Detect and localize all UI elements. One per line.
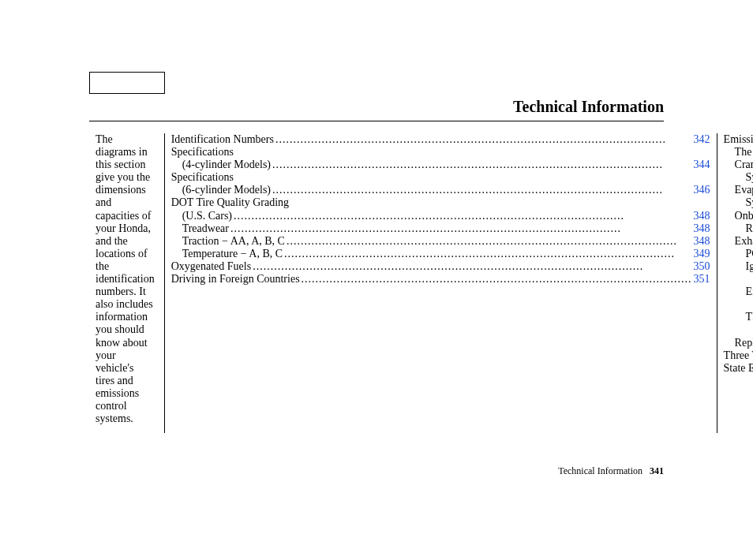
toc-entry: Specifications xyxy=(171,171,710,184)
toc-label: (6-cylinder Models) xyxy=(171,184,271,196)
page-title: Technical Information xyxy=(89,98,664,121)
toc-label: (EGR) System xyxy=(724,298,753,311)
toc-label: System xyxy=(724,273,753,286)
decorative-box xyxy=(89,72,165,94)
toc-label: Evaporative Emissions Control xyxy=(724,184,753,196)
toc-entry: System353 xyxy=(724,273,753,286)
toc-page-link[interactable]: 349 xyxy=(694,248,710,260)
toc-label: State Emissions Testing xyxy=(724,362,753,375)
toc-label: Replacement Parts xyxy=(724,337,753,349)
toc-entry: State Emissions Testing355 xyxy=(724,362,753,375)
toc-entry: Identification Numbers342 xyxy=(171,133,710,146)
toc-leader-dots xyxy=(253,260,691,273)
toc-page-link[interactable]: 344 xyxy=(694,159,710,171)
toc-page-link[interactable]: 348 xyxy=(694,210,710,222)
toc-label: Onboard Refueling Vapor xyxy=(724,210,753,222)
toc-label: Treadwear xyxy=(171,222,229,235)
toc-label: Temperature − A, B, C xyxy=(171,248,283,260)
toc-entry: DOT Tire Quality Grading xyxy=(171,196,710,209)
toc-entry: (6-cylinder Models)346 xyxy=(171,184,710,196)
toc-leader-dots xyxy=(275,133,692,146)
intro-paragraph: The diagrams in this section give you th… xyxy=(96,133,158,425)
toc-entry: (U.S. Cars)348 xyxy=(171,210,710,222)
toc-entry: Emissions Controls352 xyxy=(724,133,753,146)
toc-label: Emissions Controls xyxy=(724,133,753,146)
toc-leader-dots xyxy=(287,235,692,248)
toc-leader-dots xyxy=(230,222,692,235)
toc-label: (4-cylinder Models) xyxy=(171,159,271,171)
toc-entry: Specifications xyxy=(171,146,710,159)
toc-page-link[interactable]: 346 xyxy=(694,184,710,196)
toc-entry: Converter353 xyxy=(724,323,753,336)
toc-label: DOT Tire Quality Grading xyxy=(171,196,289,209)
toc-label: The Clean Air Act xyxy=(724,146,753,159)
toc-label: Exhaust Gas Recirculation xyxy=(724,286,753,298)
toc-label: Ignition Timing Control xyxy=(724,260,753,273)
toc-entry: Crankcase Emissions Control xyxy=(724,159,753,171)
toc-entry: Exhaust Gas Recirculation xyxy=(724,286,753,298)
toc-page-link[interactable]: 348 xyxy=(694,235,710,248)
toc-label: Specifications xyxy=(171,171,234,184)
footer-page-number: 341 xyxy=(650,465,664,476)
toc-leader-dots xyxy=(284,248,691,260)
toc-entry: Replacement Parts353 xyxy=(724,337,753,349)
toc-label: Traction − AA, A, B, C xyxy=(171,235,285,248)
col-toc-1: Identification Numbers342Specifications(… xyxy=(164,133,717,433)
toc-entry: Oxygenated Fuels350 xyxy=(171,260,710,273)
toc-entry: Three Way Catalytic Converter354 xyxy=(724,349,753,362)
toc-page-link[interactable]: 342 xyxy=(694,133,710,146)
toc-label: Specifications xyxy=(171,146,234,159)
col-toc-2: Emissions Controls352The Clean Air Act35… xyxy=(717,133,753,433)
toc-entry: The Clean Air Act352 xyxy=(724,146,753,159)
toc-label: Identification Numbers xyxy=(171,133,274,146)
toc-leader-dots xyxy=(302,273,692,286)
toc-leader-dots xyxy=(272,159,692,171)
toc-entry: System352 xyxy=(724,196,753,209)
toc-page-link[interactable]: 351 xyxy=(694,273,710,286)
toc-label: Driving in Foreign Countries xyxy=(171,273,300,286)
toc-entry: System352 xyxy=(724,171,753,184)
toc-entry: Evaporative Emissions Control xyxy=(724,184,753,196)
toc-label: Crankcase Emissions Control xyxy=(724,159,753,171)
toc-leader-dots xyxy=(272,184,692,196)
toc-entry: Ignition Timing Control xyxy=(724,260,753,273)
content-columns: The diagrams in this section give you th… xyxy=(89,133,664,433)
toc-entry: PGM-FI System353 xyxy=(724,248,753,260)
toc-label: System xyxy=(724,171,753,184)
toc-leader-dots xyxy=(234,210,692,222)
toc-label: Oxygenated Fuels xyxy=(171,260,251,273)
footer-section: Technical Information xyxy=(558,465,642,476)
toc-entry: Three Way Catalytic xyxy=(724,311,753,323)
toc-entry: (EGR) System353 xyxy=(724,298,753,311)
toc-label: Three Way Catalytic xyxy=(724,311,753,323)
toc-label: Recovery xyxy=(724,222,753,235)
toc-entry: Temperature − A, B, C349 xyxy=(171,248,710,260)
toc-label: PGM-FI System xyxy=(724,248,753,260)
toc-label: Exhaust Emissions Controls xyxy=(724,235,753,248)
col-intro: The diagrams in this section give you th… xyxy=(89,133,164,433)
toc-label: Three Way Catalytic Converter xyxy=(724,349,753,362)
toc-page-link[interactable]: 348 xyxy=(694,222,710,235)
toc-label: System xyxy=(724,196,753,209)
toc-label: (U.S. Cars) xyxy=(171,210,232,222)
toc-page-link[interactable]: 350 xyxy=(694,260,710,273)
toc-entry: Exhaust Emissions Controls353 xyxy=(724,235,753,248)
toc-entry: Onboard Refueling Vapor xyxy=(724,210,753,222)
toc-entry: Traction − AA, A, B, C348 xyxy=(171,235,710,248)
toc-entry: (4-cylinder Models)344 xyxy=(171,159,710,171)
toc-entry: Recovery352 xyxy=(724,222,753,235)
toc-entry: Driving in Foreign Countries351 xyxy=(171,273,710,286)
page-footer: Technical Information 341 xyxy=(558,465,664,477)
toc-entry: Treadwear348 xyxy=(171,222,710,235)
toc-label: Converter xyxy=(724,323,753,336)
